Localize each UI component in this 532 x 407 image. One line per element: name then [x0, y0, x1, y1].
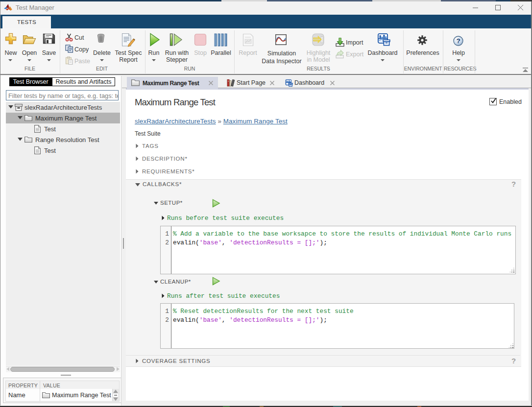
svg-text:?: ? — [456, 37, 460, 45]
